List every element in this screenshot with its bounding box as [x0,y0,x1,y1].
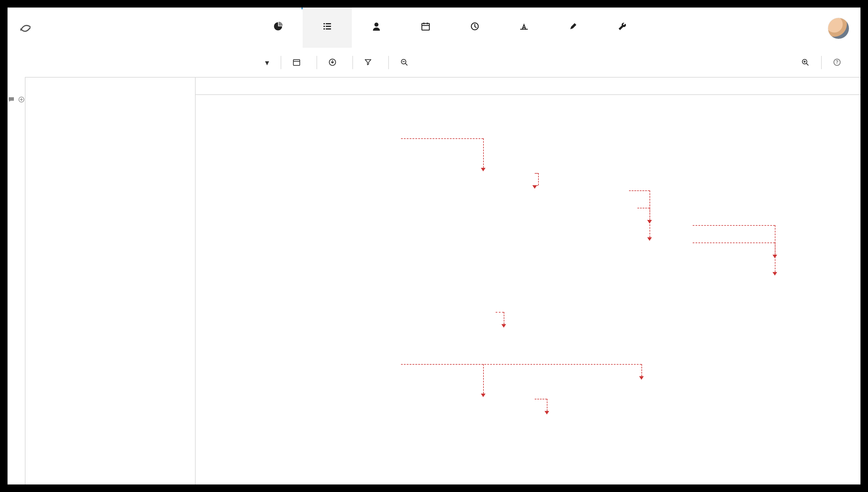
pie-chart-icon [274,21,283,31]
separator [316,56,317,69]
dependency-line [401,138,483,139]
help-button[interactable]: ? [826,55,849,70]
svg-rect-3 [326,26,331,27]
nav-milestones[interactable] [500,7,548,48]
dependency-line [629,191,649,191]
dependency-arrow-icon [544,411,549,414]
zoom-out-icon [401,58,409,67]
dependency-arrow-icon [481,394,485,397]
svg-rect-7 [422,23,429,30]
dependency-arrow-icon [772,255,777,258]
svg-text:?: ? [836,59,839,65]
dependency-line [535,173,538,174]
dependency-line [495,312,504,313]
dependency-line [775,225,775,255]
dependency-arrow-icon [639,376,644,380]
dependency-line [693,243,775,243]
clock-icon [470,21,479,31]
task-list [25,77,196,485]
svg-rect-2 [324,26,325,27]
dependency-line [401,364,483,365]
dependency-line [401,364,641,365]
nav-dashboard[interactable] [253,7,303,48]
gantt-toolbar: ▾ ? [253,51,849,74]
gantt-chart[interactable] [196,77,861,485]
help-icon: ? [833,58,841,67]
dependency-line [693,225,775,226]
dependency-line [649,208,650,220]
dependency-arrow-icon [532,185,537,189]
list-icon [323,21,332,31]
view-dropdown[interactable]: ▾ [253,54,277,71]
main-nav [253,7,647,48]
dependency-arrow-icon [481,168,485,171]
separator [388,56,389,69]
comment-icon[interactable] [8,97,15,102]
filters-button[interactable] [357,55,384,70]
calendar-icon [293,58,301,67]
svg-rect-5 [326,28,331,29]
dependency-line [649,191,650,237]
task-list-header [25,77,195,94]
svg-line-21 [807,64,809,66]
svg-rect-14 [293,59,300,66]
zoom-in-button[interactable] [794,55,817,70]
user-icon [373,21,381,31]
calendar-icon [421,21,430,31]
app-logo[interactable] [19,21,36,34]
svg-line-18 [405,64,407,66]
download-icon [329,58,337,67]
dependency-arrow-icon [647,237,652,241]
separator [821,56,822,69]
filter-icon [364,58,373,67]
svg-rect-4 [324,28,325,29]
dependency-line [483,364,484,394]
today-button[interactable] [285,55,312,70]
svg-point-6 [375,23,379,27]
dependency-line [649,191,650,220]
svg-rect-1 [326,23,331,24]
svg-rect-0 [324,23,325,24]
nav-calendars[interactable] [401,7,450,48]
dependency-line [547,399,547,411]
content-area [7,77,861,485]
separator [352,56,353,69]
dependency-line [535,399,547,399]
dependency-line [504,312,504,324]
timeline-header [196,78,861,95]
nav-settings[interactable] [598,7,647,48]
dependency-arrow-icon [647,220,652,223]
zoom-out-button[interactable] [393,55,416,70]
nav-wiki[interactable] [548,7,598,48]
dependency-arrow-icon [772,272,777,275]
separator [281,56,281,69]
row-gutter [7,77,25,485]
dependency-arrow-icon [502,324,506,328]
wrench-icon [618,21,627,31]
add-icon[interactable] [19,97,24,102]
gantt-body [196,95,861,485]
caret-down-icon: ▾ [265,58,269,68]
export-button[interactable] [321,55,348,70]
dependency-line [629,191,649,191]
dependency-line [637,208,650,208]
app-header [7,7,861,48]
nav-resources[interactable] [352,7,401,48]
zoom-in-icon [801,58,810,67]
pencil-icon [569,21,577,31]
user-avatar[interactable] [828,18,849,39]
nav-tasks[interactable] [303,7,352,48]
milestone-icon [519,21,529,31]
dependency-line [483,138,484,168]
nav-activity[interactable] [450,7,500,48]
dependency-line [538,173,539,185]
logo-icon [19,21,32,34]
dependency-line [641,364,642,376]
